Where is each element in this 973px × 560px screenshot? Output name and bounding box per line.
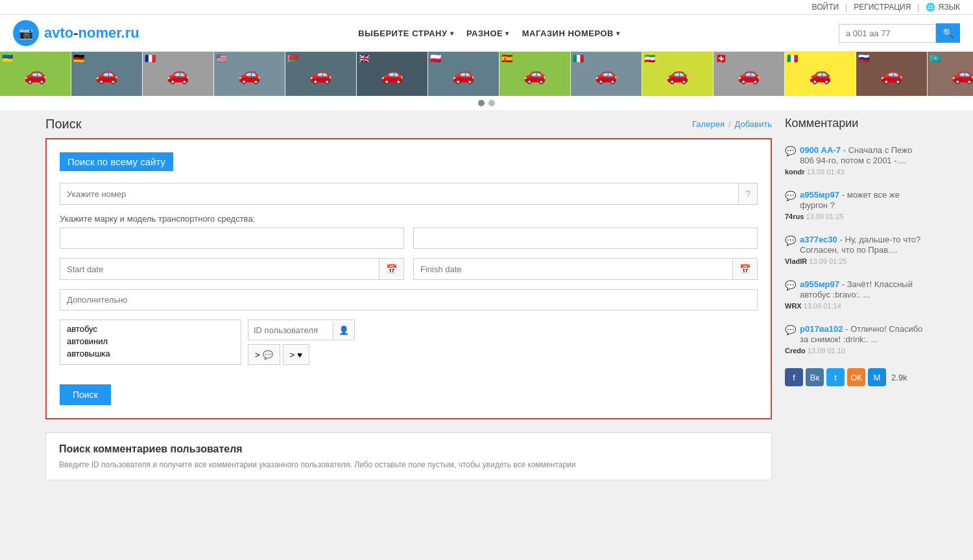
breadcrumb-separator: / <box>728 119 731 129</box>
camera-icon: 📷 <box>19 26 33 40</box>
car-thumb-10[interactable]: 🚗 🇨🇭 <box>714 52 785 96</box>
car-thumb-1[interactable]: 🚗 🇩🇪 <box>71 52 143 96</box>
car-thumb-12[interactable]: 🚗 🇷🇺 <box>856 52 928 96</box>
additional-input[interactable] <box>60 289 758 310</box>
category-option-2[interactable]: автовышка <box>64 347 225 360</box>
category-option-0[interactable]: автобус <box>64 323 225 335</box>
logo-icon: 📷 <box>13 20 39 46</box>
comment-filter-btn-2[interactable]: > ♥ <box>283 344 309 365</box>
header-search-button[interactable]: 🔍 <box>936 23 960 43</box>
flag-8: 🇮🇹 <box>573 53 584 64</box>
brand-input[interactable]: - <box>60 228 404 249</box>
secondary-title: Поиск комментариев пользователя <box>59 443 758 455</box>
model-input[interactable] <box>413 228 758 249</box>
start-date-wrapper: 📅 <box>60 258 404 280</box>
breadcrumb-gallery[interactable]: Галерея <box>692 119 725 129</box>
header-search-input[interactable] <box>839 24 936 43</box>
flag-3: 🇺🇸 <box>216 53 227 64</box>
comment-item-3: 💬 а955мр97 - Зачёт! Классный автобус :br… <box>785 272 928 317</box>
nav-misc[interactable]: РАЗНОЕ ▾ <box>466 29 509 38</box>
flag-13: 🇰🇿 <box>930 53 941 64</box>
nav-shop-label: МАГАЗИН НОМЕРОВ <box>522 29 614 38</box>
start-date-input[interactable] <box>60 259 379 279</box>
additional-row <box>60 289 758 310</box>
car-thumb-13[interactable]: 🚗 🇰🇿 <box>928 52 973 96</box>
comment-link-3[interactable]: а955мр97 <box>800 279 839 289</box>
facebook-button[interactable]: f <box>785 368 803 386</box>
car-thumb-7[interactable]: 🚗 🇪🇸 <box>499 52 571 96</box>
page-title: Поиск <box>45 117 81 132</box>
finish-calendar-icon[interactable]: 📅 <box>732 259 757 279</box>
start-calendar-icon[interactable]: 📅 <box>379 259 403 279</box>
flag-1: 🇩🇪 <box>73 53 84 64</box>
flag-4: 🇧🇾 <box>287 53 298 64</box>
search-submit-button[interactable]: Поиск <box>60 384 111 405</box>
car-thumb-0[interactable]: 🚗 🇺🇦 <box>0 52 71 96</box>
comment-user-3: WRX <box>785 302 802 310</box>
number-input[interactable] <box>60 184 738 204</box>
logo-part2: nomer.ru <box>78 25 139 41</box>
vkontakte-button[interactable]: Вк <box>806 368 824 386</box>
comment-bubble-icon-2: 💬 <box>785 235 796 246</box>
car-thumb-2[interactable]: 🚗 🇫🇷 <box>143 52 214 96</box>
car-thumb-11[interactable]: 🚗 🇮🇹 <box>785 52 856 96</box>
comment-link-4[interactable]: р017ва102 <box>800 324 843 334</box>
category-option-3[interactable]: автодом <box>64 360 225 364</box>
secondary-section: Поиск комментариев пользователя Введите … <box>45 432 772 480</box>
car-thumb-8[interactable]: 🚗 🇮🇹 <box>571 52 642 96</box>
arrow-right-icon-2: > <box>290 350 295 360</box>
login-link[interactable]: ВОЙТИ <box>812 3 839 12</box>
comment-meta-2: VladIR 13.09 01:25 <box>785 257 928 265</box>
nav-country[interactable]: ВЫБЕРИТЕ СТРАНУ ▾ <box>358 29 453 38</box>
main-header: 📷 avto-nomer.ru ВЫБЕРИТЕ СТРАНУ ▾ РАЗНОЕ… <box>0 15 973 52</box>
comment-bubble-icon-3: 💬 <box>785 280 796 290</box>
chevron-down-icon-2: ▾ <box>505 30 509 37</box>
main-area: Поиск Галерея / Добавить Поиск по всему … <box>45 117 772 480</box>
logo-part1: avto <box>44 25 73 41</box>
brand-model-row: Укажите марку и модель транспортного сре… <box>60 214 758 249</box>
comment-link-2[interactable]: а377ес30 <box>800 235 837 244</box>
comment-item-1: 💬 а955мр97 - может все же фургон ? 74rus… <box>785 183 928 228</box>
car-thumb-3[interactable]: 🚗 🇺🇸 <box>214 52 285 96</box>
car-thumb-5[interactable]: 🚗 🇬🇧 <box>357 52 428 96</box>
finish-date-input[interactable] <box>414 259 732 279</box>
category-select[interactable]: автобус автовинил автовышка автодом <box>60 320 229 364</box>
dot-0[interactable] <box>478 100 485 106</box>
comment-item-2: 💬 а377ес30 - Ну, дальше-то что? Согласен… <box>785 228 928 272</box>
language-button[interactable]: 🌐 ЯЗЫК <box>926 3 960 12</box>
comment-link-0[interactable]: 0900 АА-7 <box>800 145 841 155</box>
finish-date-wrapper: 📅 <box>413 258 758 280</box>
page-content: Поиск Галерея / Добавить Поиск по всему … <box>32 110 941 487</box>
comment-link-1[interactable]: а955мр97 <box>800 190 839 200</box>
mailru-button[interactable]: M <box>868 368 886 386</box>
brand-label: Укажите марку и модель транспортного сре… <box>60 214 758 224</box>
comment-meta-1: 74rus 13.09 01:25 <box>785 213 928 220</box>
user-id-input[interactable] <box>248 321 333 339</box>
twitter-button[interactable]: t <box>826 368 845 386</box>
comment-time-4: 13.09 01:10 <box>808 347 845 355</box>
car-strip: 🚗 🇺🇦 🚗 🇩🇪 🚗 🇫🇷 🚗 🇺🇸 🚗 🇧🇾 🚗 🇬🇧 🚗 🇵🇱 <box>0 52 973 96</box>
nav-shop[interactable]: МАГАЗИН НОМЕРОВ ▾ <box>522 29 620 38</box>
separator-1: | <box>845 3 847 12</box>
car-thumb-6[interactable]: 🚗 🇵🇱 <box>428 52 499 96</box>
car-thumb-9[interactable]: 🚗 🇮🇷 <box>642 52 714 96</box>
secondary-desc: Введите ID пользователя и получите все к… <box>59 460 758 469</box>
chevron-down-icon: ▾ <box>450 30 454 37</box>
category-option-1[interactable]: автовинил <box>64 335 225 347</box>
search-panel: Поиск по всему сайту ? Укажите марку и м… <box>45 138 772 419</box>
flag-0: 🇺🇦 <box>2 53 13 64</box>
globe-icon: 🌐 <box>926 3 935 12</box>
breadcrumb-add[interactable]: Добавить <box>735 119 772 129</box>
comment-user-2: VladIR <box>785 257 807 265</box>
dot-1[interactable] <box>488 100 495 106</box>
logo-link[interactable]: 📷 avto-nomer.ru <box>13 20 139 46</box>
car-thumb-4[interactable]: 🚗 🇧🇾 <box>285 52 357 96</box>
register-link[interactable]: РЕГИСТРАЦИЯ <box>854 3 911 12</box>
nav-misc-label: РАЗНОЕ <box>466 29 503 38</box>
help-icon[interactable]: ? <box>738 183 757 204</box>
odnoklassniki-button[interactable]: ОК <box>847 368 865 386</box>
comment-bubble-icon-0: 💬 <box>785 146 796 156</box>
search-panel-title: Поиск по всему сайту <box>60 152 173 171</box>
comment-filter-btn-1[interactable]: > 💬 <box>248 344 280 365</box>
separator-2: | <box>917 3 919 12</box>
